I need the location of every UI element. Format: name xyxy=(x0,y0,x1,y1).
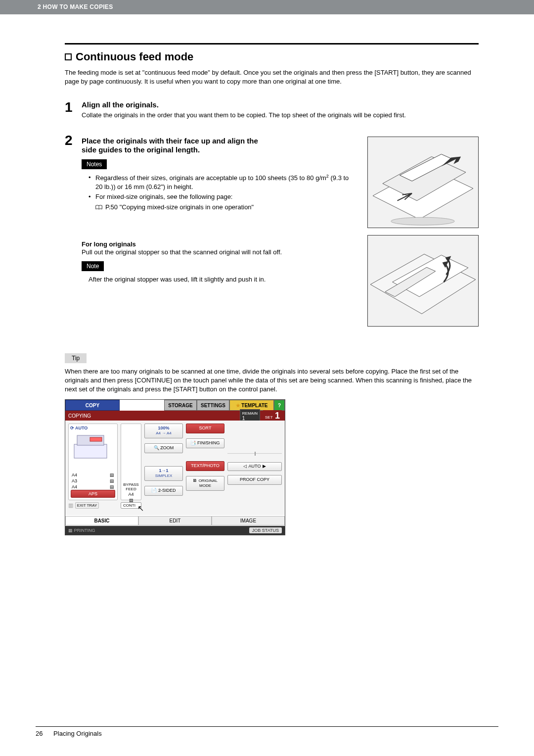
long-originals-heading: For long originals xyxy=(82,240,357,248)
note-bullet-1: Regardless of their sizes, originals are… xyxy=(95,173,357,192)
svg-point-4 xyxy=(391,217,455,225)
bottom-tab-edit[interactable]: EDIT xyxy=(138,516,212,525)
paper-a3[interactable]: A3▤ xyxy=(71,478,115,484)
ui-status-left: COPYING xyxy=(68,413,91,419)
page-reference-text: P.50 "Copying mixed-size originals in on… xyxy=(105,203,254,212)
paper-stack-icon: ▤ xyxy=(110,484,114,489)
step-2: 2 Place the originals with their face up… xyxy=(65,134,479,333)
ui-bypass-panel[interactable]: BYPASS FEED A4 ▤ xyxy=(121,424,141,500)
tip-text: When there are too many originals to be … xyxy=(65,367,479,394)
aps-button[interactable]: APS xyxy=(71,490,115,498)
note-badge: Note xyxy=(82,261,104,271)
feeder-illustration-1 xyxy=(367,137,479,228)
step-1-number: 1 xyxy=(65,100,82,114)
step-1: 1 Align all the originals. Collate the o… xyxy=(65,100,479,120)
auto-density-button[interactable]: ◁AUTO▶ xyxy=(227,462,282,471)
page-number: 26 xyxy=(36,730,43,737)
left-arrow-icon: ◁ xyxy=(243,464,247,469)
page-footer: 26 Placing Originals xyxy=(36,726,498,737)
two-sided-button[interactable]: 📄 2-SIDED xyxy=(144,486,183,496)
finishing-icon: 📑 xyxy=(190,440,196,445)
ui-tab-storage[interactable]: STORAGE xyxy=(164,400,197,411)
job-status-button[interactable]: JOB STATUS xyxy=(249,527,282,533)
chapter-header: 2 HOW TO MAKE COPIES xyxy=(0,0,534,14)
ui-body: ⟳AUTO A4▤ A3▤ A4▤ APS xyxy=(65,421,285,515)
bypass-a4[interactable]: A4 xyxy=(123,491,139,497)
cursor-icon: ↖ xyxy=(137,504,144,513)
finishing-button[interactable]: 📑 FINISHING xyxy=(186,438,224,448)
step-2-title-l1: Place the originals with their face up a… xyxy=(82,137,357,145)
tray-icon: ▥ xyxy=(68,502,73,509)
simplex-header-button[interactable]: 1→1SIMPLEX xyxy=(144,466,183,481)
bypass-label: BYPASS FEED xyxy=(123,482,139,491)
section-title: Continuous feed mode xyxy=(65,50,479,63)
printer-icon xyxy=(70,430,115,460)
step-1-text: Collate the originals in the order that … xyxy=(82,111,479,120)
tip-badge: Tip xyxy=(65,353,87,363)
duplex-icon: 📄 xyxy=(151,488,157,493)
ui-set-box: SET 1 xyxy=(263,410,282,422)
original-mode-icon: 🗎 xyxy=(193,478,197,483)
ui-auto-label: ⟳AUTO xyxy=(70,425,116,430)
step-2-number: 2 xyxy=(65,134,82,147)
step-2-title-l2: side guides to the original length. xyxy=(82,145,357,154)
svg-rect-10 xyxy=(74,444,107,458)
ui-tab-settings[interactable]: SETTINGS xyxy=(197,400,229,411)
sort-button[interactable]: SORT xyxy=(186,424,224,433)
zoom-button[interactable]: 🔍 ZOOM xyxy=(144,443,183,453)
chapter-breadcrumb: 2 HOW TO MAKE COPIES xyxy=(0,0,534,10)
ui-bottom-tabs: BASIC EDIT IMAGE xyxy=(65,515,285,526)
paper-a4-1[interactable]: A4▤ xyxy=(71,472,115,478)
touch-panel-screenshot: COPY STORAGE SETTINGS ★ TEMPLATE ? COPYI… xyxy=(65,399,285,535)
page: 2 HOW TO MAKE COPIES Continuous feed mod… xyxy=(0,0,534,756)
continue-button[interactable]: CONTI↖ xyxy=(121,502,141,509)
book-icon xyxy=(95,205,102,210)
proof-copy-button[interactable]: PROOF COPY xyxy=(227,475,282,485)
bottom-tab-basic[interactable]: BASIC xyxy=(65,516,138,525)
ui-tab-copy[interactable]: COPY xyxy=(65,400,120,411)
notes-badge: Notes xyxy=(82,159,107,169)
refresh-icon: ⟳ xyxy=(70,425,74,430)
right-arrow-icon: ▶ xyxy=(263,464,266,469)
text-photo-button[interactable]: TEXT/PHOTO xyxy=(186,461,224,471)
top-rule xyxy=(65,43,479,45)
ui-paper-panel[interactable]: ⟳AUTO A4▤ A3▤ A4▤ APS xyxy=(68,424,118,500)
content-area: Continuous feed mode The feeding mode is… xyxy=(65,43,479,535)
zoom-header-button[interactable]: 100%A4 → A4 xyxy=(144,424,183,438)
exit-tray-button[interactable]: EXIT TRAY xyxy=(75,502,99,509)
paper-a4-2[interactable]: A4▤ xyxy=(71,484,115,490)
long-originals-text: Pull out the original stopper so that th… xyxy=(82,248,357,257)
ui-footer-status: ▦ PRINTING xyxy=(68,528,95,533)
footer-section: Placing Originals xyxy=(53,730,102,737)
ui-status-bar: COPYING REMAIN1 SET 1 xyxy=(65,411,285,421)
section-title-text: Continuous feed mode xyxy=(76,50,193,63)
paper-stack-icon: ▤ xyxy=(110,472,114,477)
notes-list: Regardless of their sizes, originals are… xyxy=(82,173,357,212)
original-mode-button[interactable]: 🗎 ORIGINAL MODE xyxy=(186,476,224,491)
feeder-illustration-2 xyxy=(367,235,479,327)
page-reference: P.50 "Copying mixed-size originals in on… xyxy=(95,203,357,212)
section-intro: The feeding mode is set at "continuous f… xyxy=(65,68,479,86)
step-1-title: Align all the originals. xyxy=(82,100,479,109)
bottom-tab-image[interactable]: IMAGE xyxy=(212,516,285,525)
svg-rect-12 xyxy=(90,437,102,441)
note-text: After the original stopper was used, lif… xyxy=(82,275,357,284)
square-bullet-icon xyxy=(65,53,72,60)
note-bullet-2: For mixed-size originals, see the follow… xyxy=(95,192,357,201)
paper-stack-icon: ▤ xyxy=(110,478,114,483)
zoom-icon: 🔍 xyxy=(154,445,159,450)
ui-footer: ▦ PRINTING JOB STATUS xyxy=(65,526,285,535)
